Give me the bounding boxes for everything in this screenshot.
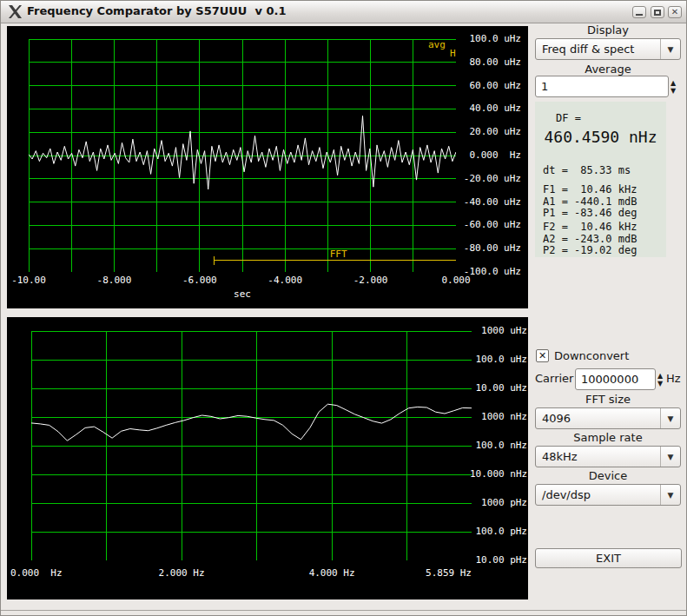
- y-tick-label: 100.0 nHz: [470, 440, 527, 451]
- spectrum-plot-panel: 1000 uHz100.0 uHz10.00 uHz1000 nHz100.0 …: [7, 317, 528, 599]
- titlebar[interactable]: Frequency Comparator by S57UUU v 0.1 ✕: [0, 0, 687, 23]
- chevron-down-icon: ▼: [660, 447, 680, 467]
- spin-down-icon[interactable]: ▼: [657, 381, 663, 387]
- info-line: F1 = 10.46 kHz: [543, 184, 637, 196]
- downconvert-label: Downconvert: [554, 349, 629, 362]
- info-line: A1 = -440.1 mdB: [543, 196, 637, 209]
- y-tick-label: 60.00 uHz: [455, 80, 521, 91]
- carrier-label: Carrier: [535, 372, 573, 385]
- x-tick-label: 2.000 Hz: [151, 567, 212, 579]
- minimize-button[interactable]: [632, 6, 646, 18]
- measurement-info-panel: DF = 460.4590 nHz dt = 85.33 ms F1 = 10.…: [535, 102, 666, 257]
- y-tick-label: 1000 pHz: [470, 497, 527, 508]
- checkmark-icon: ✕: [538, 350, 546, 361]
- y-tick-label: 1000 uHz: [470, 325, 527, 336]
- y-tick-label: -20.00 uHz: [455, 173, 521, 184]
- chevron-down-icon: ▼: [660, 485, 680, 505]
- y-tick-label: 80.00 uHz: [455, 56, 521, 68]
- y-tick-label: 1000 nHz: [470, 411, 527, 422]
- y-tick-label: 40.00 uHz: [455, 103, 521, 114]
- channel1-readout: F1 = 10.46 kHzA1 = -440.1 mdBP1 = -83.46…: [543, 184, 637, 220]
- x-axis-unit-label: sec: [216, 288, 268, 300]
- spin-down-icon[interactable]: ▼: [670, 88, 676, 94]
- info-line: F2 = 10.46 kHz: [543, 222, 637, 234]
- freq-diff-plot: FFT: [29, 39, 456, 272]
- display-select[interactable]: Freq diff & spect ▼: [535, 38, 681, 60]
- chevron-down-icon: ▼: [660, 408, 680, 428]
- device-selected-value: /dev/dsp: [536, 488, 660, 501]
- x-tick-label: 0.000: [428, 275, 484, 286]
- df-value: 460.4590 nHz: [535, 128, 666, 146]
- carrier-input[interactable]: 10000000: [575, 368, 656, 390]
- info-line: A2 = -243.0 mdB: [543, 234, 637, 246]
- carrier-unit-label: Hz: [666, 372, 681, 385]
- minimize-icon: [636, 14, 643, 16]
- close-button[interactable]: ✕: [668, 6, 682, 18]
- x-tick-label: -10.00: [1, 275, 56, 286]
- spectrum-plot: [31, 331, 472, 560]
- average-label: Average: [535, 63, 681, 76]
- avg-indicator: avg: [428, 39, 446, 50]
- average-input[interactable]: 1: [535, 76, 669, 97]
- sample-rate-select[interactable]: 48kHz ▼: [535, 446, 681, 467]
- x-tick-label: -6.000: [172, 275, 228, 286]
- x11-logo-icon: [8, 4, 23, 19]
- maximize-button[interactable]: [651, 6, 664, 18]
- info-line: dt = 85.33 ms: [543, 165, 631, 177]
- info-line: P2 = -19.02 deg: [543, 245, 637, 257]
- carrier-spinner[interactable]: ▲ ▼: [657, 368, 663, 390]
- chevron-down-icon: ▼: [660, 39, 680, 59]
- carrier-value: 10000000: [581, 373, 638, 386]
- x-tick-label: -2.000: [343, 275, 399, 286]
- average-value: 1: [541, 80, 548, 93]
- window-title: Frequency Comparator by S57UUU v 0.1: [27, 4, 287, 17]
- exit-button[interactable]: EXIT: [535, 548, 682, 568]
- dt-readout: dt = 85.33 ms: [543, 165, 631, 177]
- fft-size-selected-value: 4096: [536, 412, 660, 425]
- downconvert-checkbox[interactable]: ✕: [536, 349, 549, 362]
- spin-up-icon[interactable]: ▲: [670, 80, 676, 86]
- y-tick-label: 100.0 pHz: [470, 526, 527, 537]
- x-tick-label: 0.000 Hz: [10, 567, 71, 579]
- y-tick-label: -80.00 uHz: [455, 242, 521, 254]
- device-select[interactable]: /dev/dsp ▼: [535, 484, 681, 506]
- channel2-readout: F2 = 10.46 kHzA2 = -243.0 mdBP2 = -19.02…: [543, 222, 637, 257]
- svg-text:FFT: FFT: [330, 248, 347, 260]
- x-tick-label: 5.859 Hz: [411, 567, 472, 579]
- y-tick-label: -60.00 uHz: [455, 219, 521, 230]
- y-tick-label: 20.00 uHz: [455, 126, 521, 137]
- y-tick-label: 0.000 Hz: [455, 149, 521, 161]
- window-bottom-ridge: [0, 610, 687, 611]
- x-tick-label: -4.000: [257, 275, 313, 286]
- x-tick-label: 4.000 Hz: [301, 567, 362, 579]
- info-line: P1 = -83.46 deg: [543, 208, 637, 220]
- display-label: Display: [535, 23, 681, 36]
- fft-size-label: FFT size: [535, 393, 681, 406]
- y-tick-label: 10.000 nHz: [470, 468, 527, 480]
- spin-up-icon[interactable]: ▲: [657, 373, 663, 379]
- x-tick-label: -8.000: [86, 275, 142, 286]
- display-selected-value: Freq diff & spect: [536, 43, 660, 56]
- fft-size-select[interactable]: 4096 ▼: [535, 407, 681, 429]
- df-label: DF =: [556, 112, 581, 124]
- y-tick-label: -40.00 uHz: [455, 196, 521, 208]
- y-tick-label: 100.0 uHz: [455, 33, 521, 44]
- maximize-icon: [654, 10, 661, 16]
- sample-rate-selected-value: 48kHz: [536, 450, 660, 463]
- device-label: Device: [535, 469, 681, 482]
- sample-rate-label: Sample rate: [535, 431, 681, 444]
- average-spinner[interactable]: ▲ ▼: [670, 76, 676, 97]
- y-tick-label: 10.00 pHz: [470, 554, 527, 566]
- exit-button-label: EXIT: [596, 552, 621, 565]
- y-tick-label: 100.0 uHz: [470, 354, 527, 365]
- freq-diff-plot-panel: FFT avg H sec 100.0 uHz80.00 uHz60.00 uH…: [7, 26, 528, 308]
- close-icon: ✕: [671, 8, 678, 17]
- y-tick-label: 10.00 uHz: [470, 382, 527, 394]
